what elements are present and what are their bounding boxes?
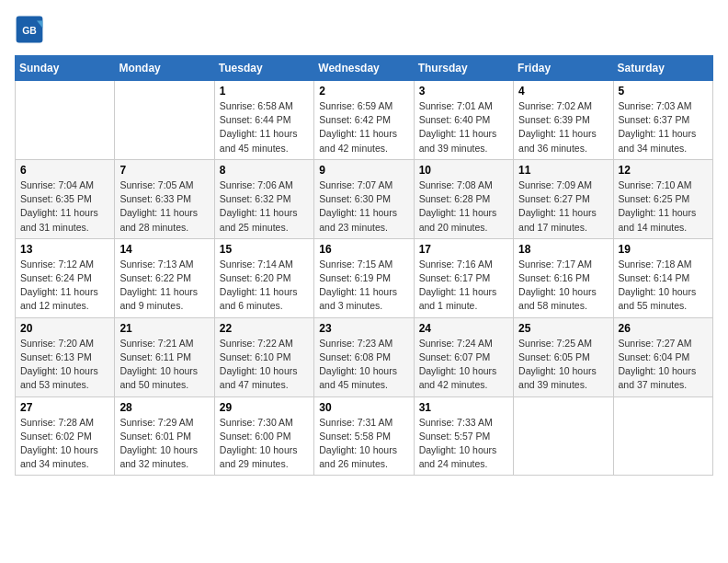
calendar-cell: 4Sunrise: 7:02 AMSunset: 6:39 PMDaylight… xyxy=(514,81,613,160)
day-number: 16 xyxy=(319,243,408,256)
calendar-cell: 18Sunrise: 7:17 AMSunset: 6:16 PMDayligh… xyxy=(514,238,613,317)
calendar-cell: 2Sunrise: 6:59 AMSunset: 6:42 PMDaylight… xyxy=(314,81,414,160)
calendar-week-row: 20Sunrise: 7:20 AMSunset: 6:13 PMDayligh… xyxy=(16,317,713,396)
day-number: 13 xyxy=(20,243,109,256)
day-number: 10 xyxy=(419,164,508,177)
day-info: Sunrise: 7:02 AMSunset: 6:39 PMDaylight:… xyxy=(518,99,608,155)
calendar-cell: 1Sunrise: 6:58 AMSunset: 6:44 PMDaylight… xyxy=(214,81,313,160)
day-info: Sunrise: 7:13 AMSunset: 6:22 PMDaylight:… xyxy=(119,258,209,314)
calendar-cell: 21Sunrise: 7:21 AMSunset: 6:11 PMDayligh… xyxy=(115,317,214,396)
page-header: GB xyxy=(15,15,713,44)
weekday-header-tuesday: Tuesday xyxy=(214,56,313,81)
calendar-cell: 17Sunrise: 7:16 AMSunset: 6:17 PMDayligh… xyxy=(414,238,513,317)
day-info: Sunrise: 7:08 AMSunset: 6:28 PMDaylight:… xyxy=(419,178,508,235)
weekday-header-row: SundayMondayTuesdayWednesdayThursdayFrid… xyxy=(16,56,713,81)
day-number: 12 xyxy=(619,164,708,177)
day-number: 31 xyxy=(419,401,508,414)
day-info: Sunrise: 7:06 AMSunset: 6:32 PMDaylight:… xyxy=(220,178,309,235)
calendar-week-row: 6Sunrise: 7:04 AMSunset: 6:35 PMDaylight… xyxy=(16,159,713,238)
calendar-cell: 13Sunrise: 7:12 AMSunset: 6:24 PMDayligh… xyxy=(16,238,115,317)
day-info: Sunrise: 7:05 AMSunset: 6:33 PMDaylight:… xyxy=(119,178,209,235)
day-info: Sunrise: 7:18 AMSunset: 6:14 PMDaylight:… xyxy=(619,258,708,314)
calendar-cell: 25Sunrise: 7:25 AMSunset: 6:05 PMDayligh… xyxy=(514,317,613,396)
day-info: Sunrise: 7:29 AMSunset: 6:01 PMDaylight:… xyxy=(119,416,209,472)
calendar-cell: 16Sunrise: 7:15 AMSunset: 6:19 PMDayligh… xyxy=(314,238,414,317)
day-number: 3 xyxy=(419,85,508,98)
calendar-cell: 22Sunrise: 7:22 AMSunset: 6:10 PMDayligh… xyxy=(214,317,313,396)
calendar-cell: 26Sunrise: 7:27 AMSunset: 6:04 PMDayligh… xyxy=(613,317,712,396)
day-number: 14 xyxy=(119,243,209,256)
day-number: 20 xyxy=(20,322,109,335)
day-info: Sunrise: 7:27 AMSunset: 6:04 PMDaylight:… xyxy=(619,337,708,393)
day-info: Sunrise: 6:58 AMSunset: 6:44 PMDaylight:… xyxy=(220,99,309,155)
day-number: 4 xyxy=(518,85,608,98)
day-number: 11 xyxy=(518,164,608,177)
calendar-cell: 23Sunrise: 7:23 AMSunset: 6:08 PMDayligh… xyxy=(314,317,414,396)
calendar-cell: 11Sunrise: 7:09 AMSunset: 6:27 PMDayligh… xyxy=(514,159,613,238)
day-number: 25 xyxy=(518,322,608,335)
calendar-cell: 19Sunrise: 7:18 AMSunset: 6:14 PMDayligh… xyxy=(613,238,712,317)
day-number: 29 xyxy=(220,401,309,414)
weekday-header-saturday: Saturday xyxy=(613,56,712,81)
day-number: 17 xyxy=(419,243,508,256)
calendar-cell: 15Sunrise: 7:14 AMSunset: 6:20 PMDayligh… xyxy=(214,238,313,317)
calendar-cell: 8Sunrise: 7:06 AMSunset: 6:32 PMDaylight… xyxy=(214,159,313,238)
day-number: 15 xyxy=(220,243,309,256)
day-info: Sunrise: 7:17 AMSunset: 6:16 PMDaylight:… xyxy=(518,258,608,314)
day-info: Sunrise: 7:22 AMSunset: 6:10 PMDaylight:… xyxy=(220,337,309,393)
day-info: Sunrise: 7:33 AMSunset: 5:57 PMDaylight:… xyxy=(419,416,508,472)
calendar-cell: 12Sunrise: 7:10 AMSunset: 6:25 PMDayligh… xyxy=(613,159,712,238)
day-info: Sunrise: 7:25 AMSunset: 6:05 PMDaylight:… xyxy=(518,337,608,393)
day-number: 23 xyxy=(319,322,408,335)
day-number: 27 xyxy=(20,401,109,414)
day-number: 22 xyxy=(220,322,309,335)
calendar-cell: 20Sunrise: 7:20 AMSunset: 6:13 PMDayligh… xyxy=(16,317,115,396)
calendar-cell xyxy=(16,81,115,160)
calendar-week-row: 27Sunrise: 7:28 AMSunset: 6:02 PMDayligh… xyxy=(16,396,713,476)
day-info: Sunrise: 7:31 AMSunset: 5:58 PMDaylight:… xyxy=(319,416,408,472)
svg-text:GB: GB xyxy=(22,26,37,36)
calendar-cell: 28Sunrise: 7:29 AMSunset: 6:01 PMDayligh… xyxy=(115,396,214,476)
day-number: 19 xyxy=(619,243,708,256)
weekday-header-thursday: Thursday xyxy=(414,56,513,81)
calendar-cell: 14Sunrise: 7:13 AMSunset: 6:22 PMDayligh… xyxy=(115,238,214,317)
calendar-cell: 30Sunrise: 7:31 AMSunset: 5:58 PMDayligh… xyxy=(314,396,414,476)
day-info: Sunrise: 7:07 AMSunset: 6:30 PMDaylight:… xyxy=(319,178,408,235)
calendar-cell: 31Sunrise: 7:33 AMSunset: 5:57 PMDayligh… xyxy=(414,396,513,476)
day-number: 26 xyxy=(619,322,708,335)
day-number: 8 xyxy=(220,164,309,177)
day-info: Sunrise: 7:12 AMSunset: 6:24 PMDaylight:… xyxy=(20,258,109,314)
day-number: 2 xyxy=(319,85,408,98)
calendar-cell xyxy=(115,81,214,160)
day-info: Sunrise: 7:14 AMSunset: 6:20 PMDaylight:… xyxy=(220,258,309,314)
day-number: 1 xyxy=(220,85,309,98)
day-number: 28 xyxy=(119,401,209,414)
day-info: Sunrise: 7:24 AMSunset: 6:07 PMDaylight:… xyxy=(419,337,508,393)
day-info: Sunrise: 7:16 AMSunset: 6:17 PMDaylight:… xyxy=(419,258,508,314)
day-info: Sunrise: 7:01 AMSunset: 6:40 PMDaylight:… xyxy=(419,99,508,155)
calendar-cell xyxy=(613,396,712,476)
day-number: 24 xyxy=(419,322,508,335)
day-info: Sunrise: 7:04 AMSunset: 6:35 PMDaylight:… xyxy=(20,178,109,235)
day-info: Sunrise: 6:59 AMSunset: 6:42 PMDaylight:… xyxy=(319,99,408,155)
calendar-cell: 24Sunrise: 7:24 AMSunset: 6:07 PMDayligh… xyxy=(414,317,513,396)
day-number: 21 xyxy=(119,322,209,335)
day-number: 6 xyxy=(20,164,109,177)
day-info: Sunrise: 7:21 AMSunset: 6:11 PMDaylight:… xyxy=(119,337,209,393)
day-number: 5 xyxy=(619,85,708,98)
weekday-header-friday: Friday xyxy=(514,56,613,81)
calendar-cell: 6Sunrise: 7:04 AMSunset: 6:35 PMDaylight… xyxy=(16,159,115,238)
weekday-header-monday: Monday xyxy=(115,56,214,81)
calendar-cell: 7Sunrise: 7:05 AMSunset: 6:33 PMDaylight… xyxy=(115,159,214,238)
day-info: Sunrise: 7:09 AMSunset: 6:27 PMDaylight:… xyxy=(518,178,608,235)
day-number: 18 xyxy=(518,243,608,256)
day-number: 30 xyxy=(319,401,408,414)
calendar-cell: 9Sunrise: 7:07 AMSunset: 6:30 PMDaylight… xyxy=(314,159,414,238)
logo-icon: GB xyxy=(15,15,44,44)
calendar-cell: 27Sunrise: 7:28 AMSunset: 6:02 PMDayligh… xyxy=(16,396,115,476)
calendar-cell: 29Sunrise: 7:30 AMSunset: 6:00 PMDayligh… xyxy=(214,396,313,476)
day-info: Sunrise: 7:10 AMSunset: 6:25 PMDaylight:… xyxy=(619,178,708,235)
day-number: 9 xyxy=(319,164,408,177)
calendar-week-row: 13Sunrise: 7:12 AMSunset: 6:24 PMDayligh… xyxy=(16,238,713,317)
day-info: Sunrise: 7:23 AMSunset: 6:08 PMDaylight:… xyxy=(319,337,408,393)
